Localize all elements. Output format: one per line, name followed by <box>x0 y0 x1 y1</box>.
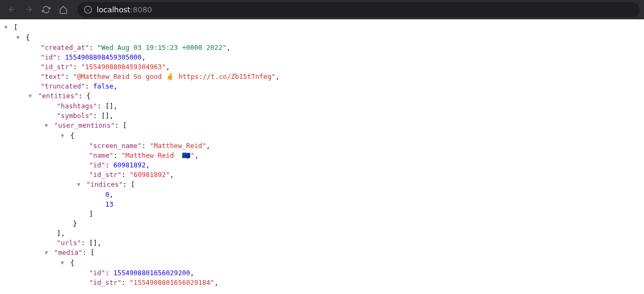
json-string: "@Matthew_Reid So good 🤞 https://t.co/Zb… <box>73 72 275 80</box>
json-empty-array: [] <box>101 112 109 120</box>
json-key: "screen_name" <box>89 142 142 150</box>
json-number: 1554908808459305000 <box>65 53 142 61</box>
toggle-icon[interactable]: ▼ <box>45 121 50 130</box>
home-button[interactable] <box>56 2 71 17</box>
json-key: "urls" <box>57 239 81 247</box>
json-empty-array: [] <box>105 102 113 110</box>
toggle-icon[interactable]: ▼ <box>28 91 34 101</box>
json-key: "id_str" <box>89 278 121 286</box>
json-keyword: false <box>93 82 114 90</box>
json-key: "created_at" <box>41 43 89 52</box>
json-number: 60981892 <box>113 161 145 169</box>
bracket-close: ] <box>89 210 93 218</box>
json-key: "text" <box>41 72 65 80</box>
address-text: localhost:8080 <box>97 5 152 14</box>
json-key: "symbols" <box>57 112 93 120</box>
json-key: "id" <box>41 53 57 61</box>
toggle-icon[interactable]: ▼ <box>4 23 10 32</box>
json-key: "name" <box>89 151 113 159</box>
address-bar[interactable]: localhost:8080 <box>77 2 640 17</box>
json-empty-array: [] <box>89 239 97 247</box>
json-number: 13 <box>105 200 113 208</box>
toggle-icon[interactable]: ▼ <box>61 131 66 141</box>
json-string: "1554908801656029184" <box>129 278 214 286</box>
json-number: 1554908801656029200 <box>113 269 190 277</box>
json-key: "indices" <box>86 180 123 188</box>
json-key: "id_str" <box>41 63 73 71</box>
brace-close: } <box>73 219 77 227</box>
toggle-icon[interactable]: ▼ <box>61 258 66 268</box>
reload-button[interactable] <box>39 2 54 17</box>
json-key: "id" <box>89 269 105 277</box>
json-string: "60981892" <box>129 171 170 179</box>
brace-open: { <box>26 33 30 41</box>
site-info-icon[interactable] <box>84 5 92 14</box>
json-key: "entities" <box>38 92 78 100</box>
toggle-icon[interactable]: ▼ <box>17 33 22 42</box>
back-button[interactable] <box>4 2 19 17</box>
json-string: "Matthew_Reid" <box>150 142 206 150</box>
json-string: "1554908808459304963" <box>81 63 166 71</box>
json-key: "truncated" <box>41 82 85 90</box>
forward-button[interactable] <box>21 2 36 17</box>
json-string: "Wed Aug 03 19:15:23 +0000 2022" <box>97 43 226 52</box>
toggle-icon[interactable]: ▼ <box>45 248 50 258</box>
json-viewer: ▼ [ ▼ { "created_at": "Wed Aug 03 19:15:… <box>0 19 644 288</box>
json-key: "user_mentions" <box>54 121 115 129</box>
json-number: 0 <box>105 190 109 199</box>
json-string: "Matthew Reid 🇪🇺" <box>121 151 194 159</box>
bracket-open: [ <box>14 23 18 31</box>
json-key: "media" <box>54 248 83 256</box>
json-key: "id" <box>89 161 105 169</box>
browser-toolbar: localhost:8080 <box>0 0 644 19</box>
json-key: "hashtags" <box>57 102 97 110</box>
toggle-icon[interactable]: ▼ <box>77 180 82 189</box>
json-key: "id_str" <box>89 171 121 179</box>
